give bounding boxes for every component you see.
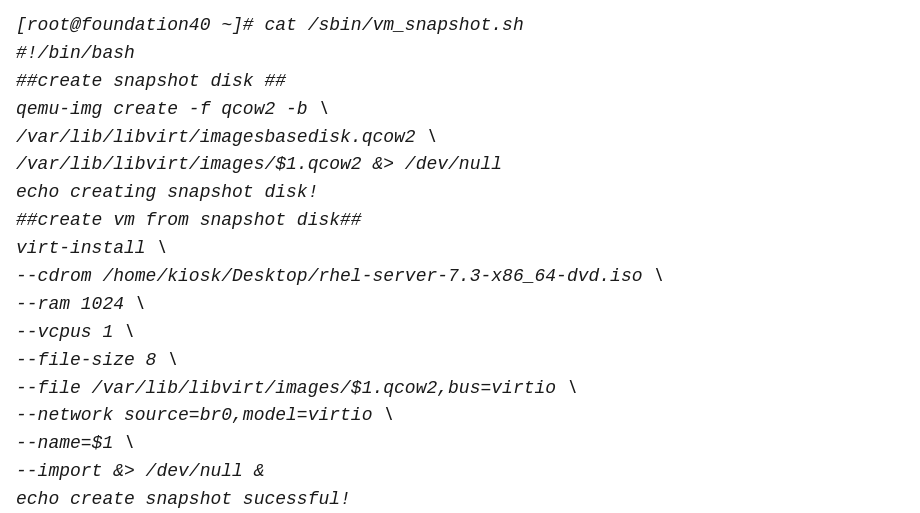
terminal-line: qemu-img create -f qcow2 -b \: [16, 96, 904, 124]
terminal-line: /var/lib/libvirt/imagesbasedisk.qcow2 \: [16, 124, 904, 152]
terminal-line: --import &> /dev/null &: [16, 458, 904, 486]
terminal-line: #!/bin/bash: [16, 40, 904, 68]
terminal-line: ##create vm from snapshot disk##: [16, 207, 904, 235]
terminal-line: --vcpus 1 \: [16, 319, 904, 347]
terminal-window: [root@foundation40 ~]# cat /sbin/vm_snap…: [0, 0, 920, 513]
terminal-line: virt-install \: [16, 235, 904, 263]
terminal-line: --file /var/lib/libvirt/images/$1.qcow2,…: [16, 375, 904, 403]
terminal-line: /var/lib/libvirt/images/$1.qcow2 &> /dev…: [16, 151, 904, 179]
terminal-line: echo creating snapshot disk!: [16, 179, 904, 207]
terminal-line: [root@foundation40 ~]# cat /sbin/vm_snap…: [16, 12, 904, 40]
terminal-line: echo create snapshot sucessful!: [16, 486, 904, 513]
terminal-line: --ram 1024 \: [16, 291, 904, 319]
terminal-line: --cdrom /home/kiosk/Desktop/rhel-server-…: [16, 263, 904, 291]
terminal-line: --name=$1 \: [16, 430, 904, 458]
terminal-line: --network source=br0,model=virtio \: [16, 402, 904, 430]
terminal-line: --file-size 8 \: [16, 347, 904, 375]
terminal-line: ##create snapshot disk ##: [16, 68, 904, 96]
